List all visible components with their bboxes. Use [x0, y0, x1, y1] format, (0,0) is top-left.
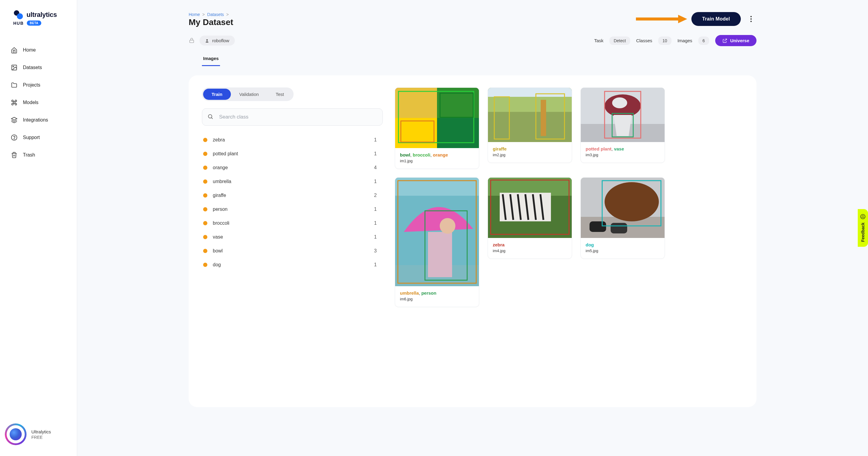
split-test[interactable]: Test: [267, 89, 293, 100]
sidebar-item-models[interactable]: Models: [5, 94, 72, 111]
breadcrumb-datasets[interactable]: Datasets: [207, 12, 224, 17]
image-filename: im4.jpg: [493, 249, 567, 253]
svg-point-59: [861, 215, 865, 219]
task-label: Task: [594, 38, 603, 43]
breadcrumb-sep: >: [226, 12, 229, 17]
image-filename: im6.jpg: [400, 297, 474, 301]
image-card[interactable]: giraffeim2.jpg: [488, 87, 572, 163]
class-dot-icon: [203, 249, 207, 253]
svg-point-55: [604, 182, 659, 221]
classes-value: 10: [658, 36, 672, 45]
svg-rect-19: [395, 118, 437, 148]
class-dot-icon: [203, 138, 207, 142]
thumb: [395, 178, 479, 286]
class-row[interactable]: giraffe2: [202, 189, 383, 202]
search-icon: [207, 114, 213, 121]
image-labels: potted plantvase: [586, 146, 660, 151]
class-dot-icon: [203, 166, 207, 170]
svg-point-9: [750, 16, 752, 17]
image-filename: im3.jpg: [586, 152, 660, 157]
svg-rect-29: [541, 100, 546, 136]
sidebar-item-datasets[interactable]: Datasets: [5, 59, 72, 76]
more-menu-button[interactable]: [746, 13, 756, 24]
image-label: person: [419, 290, 436, 295]
image-label: umbrella: [400, 290, 419, 295]
sidebar-item-support[interactable]: Support: [5, 130, 72, 146]
image-card[interactable]: zebraim4.jpg: [488, 177, 572, 259]
svg-point-14: [208, 115, 212, 118]
svg-rect-18: [437, 88, 479, 118]
svg-rect-17: [395, 88, 437, 118]
tabs: Images: [189, 52, 756, 66]
split-train[interactable]: Train: [203, 89, 231, 100]
class-row[interactable]: umbrella1: [202, 175, 383, 189]
brand-name: ultralytics: [27, 11, 57, 19]
image-filename: im1.jpg: [400, 159, 474, 163]
class-search-input[interactable]: [202, 108, 383, 126]
svg-point-3: [13, 66, 13, 67]
class-name: dog: [213, 262, 221, 267]
class-row[interactable]: vase1: [202, 230, 383, 244]
image-labels: bowlbroccoliorange: [400, 152, 474, 158]
image-card[interactable]: potted plantvaseim3.jpg: [581, 87, 665, 163]
image-label: orange: [430, 152, 448, 158]
universe-button[interactable]: Universe: [715, 35, 756, 46]
sidebar-footer[interactable]: Ultralytics FREE: [0, 423, 77, 449]
image-card[interactable]: dogim5.jpg: [581, 177, 665, 259]
logo-block[interactable]: ultralytics HUB BETA: [0, 10, 77, 33]
image-label: vase: [612, 146, 624, 151]
sidebar-item-projects[interactable]: Projects: [5, 77, 72, 93]
class-row[interactable]: potted plant1: [202, 147, 383, 161]
image-label: bowl: [400, 152, 410, 158]
sidebar-item-integrations[interactable]: Integrations: [5, 112, 72, 128]
trash-icon: [11, 152, 18, 158]
sidebar-item-label: Trash: [23, 152, 35, 158]
split-validation[interactable]: Validation: [231, 89, 267, 100]
image-card[interactable]: umbrellapersonim6.jpg: [395, 177, 479, 307]
image-grid: bowlbroccoliorangeim1.jpggiraffeim2.jpgp…: [395, 87, 743, 307]
train-model-button[interactable]: Train Model: [691, 12, 741, 26]
class-dot-icon: [203, 152, 207, 156]
account-name: Ultralytics: [31, 429, 51, 434]
sidebar-item-home[interactable]: Home: [5, 42, 72, 58]
image-filename: im5.jpg: [586, 249, 660, 253]
svg-point-13: [207, 39, 208, 41]
svg-point-11: [750, 21, 752, 22]
svg-rect-12: [190, 40, 193, 42]
feedback-tab[interactable]: Feedback: [858, 209, 868, 247]
class-name: potted plant: [213, 151, 238, 156]
svg-rect-26: [488, 88, 572, 97]
class-list: zebra1potted plant1orange4umbrella1giraf…: [202, 133, 383, 272]
svg-point-1: [17, 13, 23, 19]
image-labels: dog: [586, 242, 660, 247]
sidebar-item-trash[interactable]: Trash: [5, 147, 72, 163]
svg-marker-8: [678, 15, 687, 23]
class-count: 1: [374, 151, 377, 156]
owner-pill[interactable]: roboflow: [199, 36, 235, 46]
svg-point-61: [862, 217, 863, 218]
class-row[interactable]: orange4: [202, 161, 383, 175]
class-row[interactable]: bowl3: [202, 244, 383, 258]
class-row[interactable]: dog1: [202, 258, 383, 272]
kebab-icon: [750, 16, 752, 22]
class-row[interactable]: person1: [202, 202, 383, 216]
class-row[interactable]: broccoli1: [202, 216, 383, 230]
home-icon: [11, 47, 18, 53]
svg-line-15: [212, 118, 213, 119]
avatar: [5, 423, 27, 445]
image-card[interactable]: bowlbroccoliorangeim1.jpg: [395, 87, 479, 169]
thumb: [395, 88, 479, 148]
image-label: broccoli: [410, 152, 430, 158]
sidebar-item-label: Models: [23, 100, 38, 105]
breadcrumb-home[interactable]: Home: [189, 12, 200, 17]
breadcrumb: Home > Datasets >: [189, 12, 233, 17]
svg-point-40: [440, 218, 456, 234]
class-count: 1: [374, 207, 377, 212]
class-row[interactable]: zebra1: [202, 133, 383, 147]
class-name: giraffe: [213, 193, 226, 198]
class-name: person: [213, 207, 227, 212]
layers-icon: [11, 117, 18, 123]
tab-images[interactable]: Images: [202, 52, 220, 66]
class-name: broccoli: [213, 221, 229, 226]
task-value: Detect: [610, 36, 630, 45]
